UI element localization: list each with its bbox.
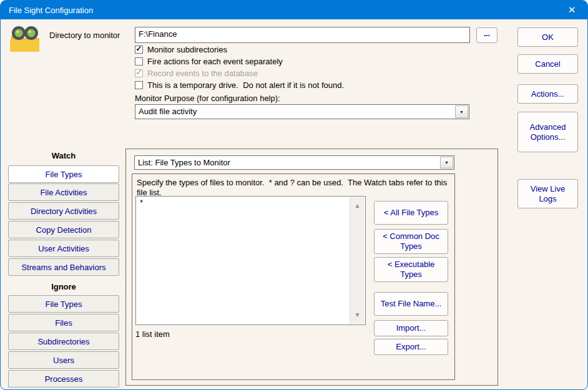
watch-section-header: Watch <box>8 151 119 160</box>
import-button[interactable]: Import... <box>374 320 448 336</box>
chevron-down-icon[interactable]: ▼ <box>455 105 468 118</box>
file-sight-configuration-dialog: File Sight Configuration ✕ Directory to … <box>0 0 588 390</box>
checkbox-box-checked[interactable]: ✓ <box>135 46 143 54</box>
sidebar-item-watch-copy-detection[interactable]: Copy Detection <box>8 221 119 238</box>
checkbox-box-unchecked[interactable] <box>135 81 143 89</box>
checkbox-box-unchecked[interactable] <box>135 57 143 66</box>
list-item[interactable]: * <box>140 198 143 207</box>
cancel-button[interactable]: Cancel <box>517 54 578 74</box>
ignore-section-header: Ignore <box>8 282 119 291</box>
listbox-scrollbar[interactable]: ▲ ▼ <box>350 197 365 324</box>
executable-types-button[interactable]: < Executable Types <box>374 257 448 282</box>
sidebar-item-ignore-users[interactable]: Users <box>8 351 119 369</box>
all-file-types-button[interactable]: < All File Types <box>374 201 448 225</box>
scroll-down-icon[interactable]: ▼ <box>350 309 365 321</box>
checkbox-record-events-database: ✓ Record events to the database <box>135 68 258 78</box>
advanced-options-button[interactable]: Advanced Options... <box>517 112 578 152</box>
directory-input[interactable]: F:\Finance <box>135 27 470 43</box>
sidebar-item-ignore-subdirectories[interactable]: Subdirectories <box>8 333 119 350</box>
list-count-label: 1 list item <box>135 329 170 339</box>
sidebar-item-watch-file-types[interactable]: File Types <box>8 165 119 183</box>
sidebar-item-ignore-files[interactable]: Files <box>8 314 119 331</box>
checkbox-box-checked-disabled: ✓ <box>135 69 143 77</box>
window-title: File Sight Configuration <box>9 6 587 15</box>
checkbox-fire-actions-separately[interactable]: Fire actions for each event separately <box>135 56 283 66</box>
scroll-up-icon[interactable]: ▲ <box>350 200 365 212</box>
sidebar-item-watch-directory-activities[interactable]: Directory Activities <box>8 202 119 220</box>
list-selector-dropdown[interactable]: List: File Types to Monitor ▼ <box>134 155 454 170</box>
sidebar-item-watch-streams-behaviors[interactable]: Streams and Behaviors <box>8 258 119 276</box>
common-doc-types-button[interactable]: < Common Doc Types <box>374 229 448 254</box>
sidebar-item-watch-user-activities[interactable]: User Activities <box>8 240 119 257</box>
close-icon[interactable]: ✕ <box>561 1 582 19</box>
check-icon: ✓ <box>135 46 142 52</box>
monitor-purpose-label: Monitor Purpose (for configuration help)… <box>135 94 280 103</box>
sidebar-item-ignore-processes[interactable]: Processes <box>8 370 119 388</box>
export-button[interactable]: Export... <box>374 339 448 355</box>
view-live-logs-button[interactable]: View Live Logs <box>517 179 578 208</box>
file-types-listbox[interactable]: * ▲ ▼ <box>135 196 366 325</box>
sidebar-item-ignore-file-types[interactable]: File Types <box>8 295 119 313</box>
checkbox-temporary-drive[interactable]: This is a temporary drive. Do not alert … <box>135 80 344 90</box>
directory-to-monitor-label: Directory to monitor <box>49 31 120 40</box>
checkbox-monitor-subdirectories[interactable]: ✓ Monitor subdirectories <box>135 44 227 54</box>
list-selector-value: List: File Types to Monitor <box>138 158 438 167</box>
test-file-name-button[interactable]: Test File Name... <box>374 292 448 316</box>
titlebar[interactable]: File Sight Configuration ✕ <box>1 1 587 19</box>
file-sight-binoculars-folder-icon <box>9 24 42 54</box>
monitor-purpose-dropdown[interactable]: Audit file activity ▼ <box>135 104 469 119</box>
browse-button[interactable]: ... <box>476 27 497 43</box>
monitor-purpose-value: Audit file activity <box>139 107 453 116</box>
chevron-down-icon[interactable]: ▼ <box>440 157 453 168</box>
sidebar-item-watch-file-activities[interactable]: File Activities <box>8 183 119 201</box>
actions-button[interactable]: Actions... <box>517 84 578 104</box>
check-icon: ✓ <box>135 69 142 76</box>
ok-button[interactable]: OK <box>517 27 578 47</box>
instructions-text: Specify the types of files to monitor. *… <box>137 178 453 198</box>
